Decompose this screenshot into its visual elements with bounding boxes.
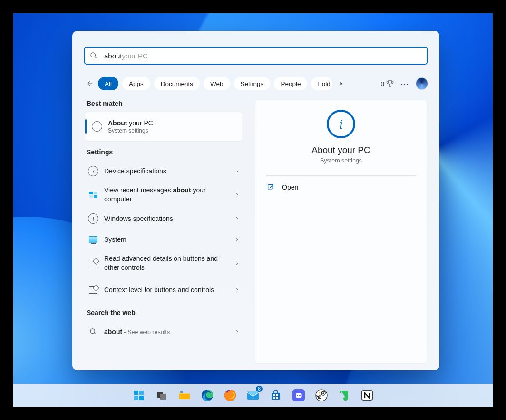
settings-item-system[interactable]: System: [85, 229, 242, 250]
open-icon: [267, 183, 274, 191]
svg-rect-13: [179, 394, 190, 399]
svg-rect-12: [160, 394, 166, 400]
chevron-right-icon: [235, 260, 239, 267]
svg-rect-7: [134, 391, 138, 395]
mail-badge: 8: [256, 386, 263, 392]
filter-row: All Apps Documents Web Settings People F…: [84, 74, 428, 93]
rewards-points[interactable]: 0: [380, 80, 394, 87]
taskbar-evernote[interactable]: [335, 386, 354, 405]
svg-rect-19: [273, 394, 275, 396]
section-settings: Settings: [87, 148, 241, 156]
chevron-right-icon: [235, 236, 239, 243]
search-input[interactable]: [103, 48, 422, 64]
flag-icon: [88, 192, 98, 198]
taskbar-steam[interactable]: [312, 386, 331, 405]
svg-point-25: [299, 395, 301, 396]
svg-rect-20: [276, 394, 278, 396]
best-match-subtitle: System settings: [108, 127, 153, 134]
overflow-scroll-icon[interactable]: [336, 77, 347, 90]
start-search-panel: about your PC All Apps Documents Web Set…: [72, 31, 439, 370]
detail-subtitle: System settings: [320, 157, 362, 164]
svg-rect-6: [268, 185, 272, 189]
search-icon: [88, 328, 98, 335]
user-avatar[interactable]: [416, 77, 428, 90]
svg-rect-21: [273, 397, 275, 399]
accessibility-icon: [88, 260, 98, 267]
taskbar-mail[interactable]: 8: [243, 386, 263, 405]
taskbar-firefox[interactable]: [221, 386, 240, 405]
chevron-right-icon: [235, 286, 239, 293]
filter-pill-folders[interactable]: Fold: [311, 77, 332, 90]
section-web: Search the web: [87, 309, 241, 316]
settings-item-device-specs[interactable]: i Device specifications: [85, 161, 242, 181]
info-icon: i: [88, 213, 98, 224]
web-result-about[interactable]: about - See web results: [85, 321, 242, 342]
svg-rect-14: [180, 391, 183, 393]
taskbar-discord[interactable]: [289, 386, 308, 405]
settings-item-windows-specs[interactable]: i Windows specifications: [85, 208, 242, 229]
svg-line-1: [95, 57, 96, 58]
results-column: Best match i About your PC System settin…: [85, 100, 242, 363]
info-icon: i: [88, 166, 98, 176]
chevron-right-icon: [235, 328, 239, 335]
filter-pill-web[interactable]: Web: [204, 77, 230, 90]
svg-line-5: [94, 333, 96, 334]
back-arrow-icon[interactable]: [84, 80, 95, 87]
taskbar-explorer[interactable]: [175, 386, 194, 405]
taskbar-start-button[interactable]: [129, 386, 148, 405]
svg-marker-3: [340, 82, 342, 86]
info-icon-large: i: [327, 110, 355, 138]
svg-point-24: [297, 395, 298, 396]
svg-rect-10: [139, 396, 144, 400]
filter-pill-all[interactable]: All: [98, 77, 118, 90]
more-options-icon[interactable]: ···: [398, 79, 412, 89]
taskbar: 8: [13, 384, 493, 407]
best-match-title: About your PC: [108, 119, 153, 127]
taskbar-notion[interactable]: [358, 386, 377, 405]
svg-rect-22: [276, 397, 278, 399]
open-action[interactable]: Open: [255, 176, 427, 199]
filter-pill-documents[interactable]: Documents: [154, 77, 200, 90]
settings-item-advanced-buttons[interactable]: Read advanced details on buttons and oth…: [85, 250, 242, 277]
settings-item-context-level[interactable]: Context level for buttons and controls: [85, 277, 242, 303]
svg-rect-8: [139, 391, 144, 395]
monitor-icon: [88, 236, 98, 243]
chevron-right-icon: [235, 168, 239, 174]
taskbar-edge[interactable]: [198, 386, 217, 405]
best-match-item[interactable]: i About your PC System settings: [85, 112, 242, 141]
desktop-background: about your PC All Apps Documents Web Set…: [13, 13, 493, 407]
svg-point-4: [90, 329, 95, 333]
settings-item-security-messages[interactable]: View recent messages about your computer: [85, 181, 242, 208]
taskbar-store[interactable]: [266, 386, 285, 405]
filter-pill-people[interactable]: People: [274, 77, 307, 90]
chevron-right-icon: [235, 215, 239, 222]
section-best-match: Best match: [87, 100, 241, 107]
search-box[interactable]: about your PC: [84, 47, 428, 65]
svg-point-0: [91, 53, 95, 57]
filter-pill-settings[interactable]: Settings: [234, 77, 271, 90]
search-icon: [90, 52, 97, 59]
filter-pill-apps[interactable]: Apps: [122, 77, 150, 90]
taskbar-taskview[interactable]: [152, 386, 171, 405]
chevron-right-icon: [235, 191, 239, 198]
svg-point-26: [316, 390, 327, 401]
svg-rect-18: [272, 393, 280, 400]
info-icon: i: [92, 121, 102, 132]
detail-panel: i About your PC System settings Open: [255, 100, 427, 363]
detail-title: About your PC: [311, 145, 370, 155]
svg-rect-9: [134, 396, 138, 400]
svg-point-28: [322, 392, 324, 394]
accessibility-icon: [88, 286, 98, 294]
